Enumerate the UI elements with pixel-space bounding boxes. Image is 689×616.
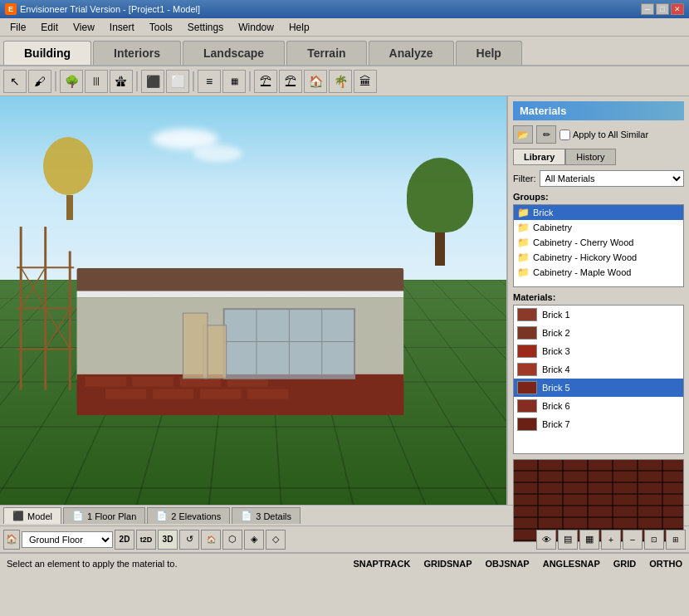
gazebo-tool[interactable]: 🏠 [304, 70, 327, 93]
material-brick-7[interactable]: Brick 7 [514, 415, 683, 433]
material-brick-3[interactable]: Brick 3 [514, 342, 683, 360]
svg-rect-11 [77, 291, 404, 297]
stairs-tool[interactable]: ≡ [198, 70, 221, 93]
titlebar-controls[interactable]: ─ □ ✕ [641, 3, 684, 15]
lib-tabs: Library History [513, 149, 684, 165]
menu-help[interactable]: Help [282, 20, 316, 35]
tree-right [398, 158, 481, 266]
materials-panel: Materials 📂 ✏ Apply to All Similar Libra… [506, 96, 689, 505]
close-button[interactable]: ✕ [671, 3, 684, 15]
view-btn-1[interactable]: 🏠 [201, 530, 221, 550]
brick-1-label: Brick 1 [542, 310, 570, 320]
menu-window[interactable]: Window [232, 20, 281, 35]
group-cabinetry-maple[interactable]: 📁 Cabinetry - Maple Wood [514, 265, 683, 280]
column-tool[interactable]: ⬛ [141, 70, 164, 93]
zoom-minus[interactable]: − [623, 530, 643, 550]
layers-btn-2[interactable]: ▦ [579, 530, 599, 550]
folder-icon-3: 📁 [517, 237, 530, 248]
filter-label: Filter: [513, 174, 536, 183]
maximize-button[interactable]: □ [656, 3, 669, 15]
material-edit-btn[interactable]: ✏ [536, 125, 556, 144]
select-tool[interactable]: ↖ [3, 70, 27, 93]
paint-tool[interactable]: 🖌 [28, 70, 51, 93]
group-brick-label: Brick [533, 208, 553, 218]
tab-help[interactable]: Help [456, 41, 522, 65]
svg-rect-29 [183, 313, 208, 379]
ortho-label: ORTHO [649, 559, 682, 569]
apply-all-input[interactable] [560, 130, 570, 140]
floor-selector[interactable]: Ground Floor [22, 531, 113, 548]
separator-2 [136, 71, 138, 91]
titlebar: E Envisioneer Trial Version - [Project1 … [0, 0, 689, 18]
tab-terrain[interactable]: Terrain [286, 41, 366, 65]
view-btn-3[interactable]: ◈ [244, 530, 264, 550]
palm-tool[interactable]: 🌴 [329, 70, 352, 93]
2d-iso-button[interactable]: t2D [136, 530, 156, 550]
layers-btn[interactable]: ▤ [558, 530, 578, 550]
column-tool-2[interactable]: ⬜ [166, 70, 189, 93]
tab-landscape[interactable]: Landscape [183, 41, 285, 65]
material-brick-5[interactable]: Brick 5 [514, 379, 683, 397]
material-load-btn[interactable]: 📂 [513, 125, 533, 144]
zoom-fit[interactable]: ⊡ [644, 530, 664, 550]
tab-details[interactable]: 📄 3 Details [232, 507, 301, 524]
brick-4-thumb [517, 363, 537, 376]
viewport[interactable] [0, 96, 506, 505]
tab-interiors[interactable]: Interiors [93, 41, 181, 65]
group-cabinetry-cherry-label: Cabinetry - Cherry Wood [533, 237, 633, 247]
tree-trunk [435, 232, 445, 266]
road-tool[interactable]: 🛣 [110, 70, 133, 93]
fence-tool[interactable]: ||| [85, 70, 108, 93]
material-brick-4[interactable]: Brick 4 [514, 360, 683, 379]
menu-view[interactable]: View [66, 20, 101, 35]
tab-elevations[interactable]: 📄 2 Elevations [147, 507, 230, 524]
group-brick[interactable]: 📁 Brick [514, 205, 683, 220]
groups-list[interactable]: 📁 Brick 📁 Cabinetry 📁 Cabinetry - Cherry… [513, 204, 684, 287]
material-brick-2[interactable]: Brick 2 [514, 324, 683, 342]
snaptrack-label: SNAPTRACK [353, 559, 410, 569]
group-cabinetry[interactable]: 📁 Cabinetry [514, 220, 683, 235]
main-area: Materials 📂 ✏ Apply to All Similar Libra… [0, 96, 689, 505]
minimize-button[interactable]: ─ [641, 3, 654, 15]
umbrella-tool-2[interactable]: ⛱ [279, 70, 302, 93]
filter-select[interactable]: All Materials [540, 170, 685, 187]
menu-insert[interactable]: Insert [103, 20, 141, 35]
tab-library[interactable]: Library [513, 149, 565, 165]
stairs-tool-2[interactable]: ▦ [222, 70, 246, 93]
folder-icon-4: 📁 [517, 252, 530, 263]
svg-rect-15 [133, 377, 173, 387]
menu-edit[interactable]: Edit [34, 20, 65, 35]
tab-floor-plan[interactable]: 📄 1 Floor Plan [63, 507, 145, 524]
view-btn-4[interactable]: ◇ [266, 530, 286, 550]
brick-4-label: Brick 4 [542, 364, 570, 374]
brick-2-label: Brick 2 [542, 328, 570, 338]
folder-icon-2: 📁 [517, 222, 530, 233]
umbrella-tool[interactable]: ⛱ [254, 70, 277, 93]
zoom-3d[interactable]: ⊞ [666, 530, 686, 550]
svg-rect-10 [77, 268, 404, 293]
tab-analyze[interactable]: Analyze [369, 41, 454, 65]
materials-list[interactable]: Brick 1 Brick 2 Brick 3 Brick 4 Brick 5 … [513, 305, 684, 454]
tab-model[interactable]: ⬛ Model [3, 507, 61, 524]
menu-settings[interactable]: Settings [181, 20, 230, 35]
menu-tools[interactable]: Tools [143, 20, 179, 35]
reset-button[interactable]: ↺ [179, 530, 199, 550]
group-cabinetry-cherry[interactable]: 📁 Cabinetry - Cherry Wood [514, 235, 683, 250]
more-tool[interactable]: 🏛 [354, 70, 377, 93]
gridsnap-label: GRIDSNAP [423, 559, 472, 569]
view-btn-2[interactable]: ⬡ [222, 530, 242, 550]
2d-button[interactable]: 2D [115, 530, 134, 550]
zoom-plus[interactable]: + [601, 530, 621, 550]
apply-all-checkbox[interactable]: Apply to All Similar [560, 130, 648, 140]
group-cabinetry-hickory[interactable]: 📁 Cabinetry - Hickory Wood [514, 250, 683, 265]
3d-button[interactable]: 3D [158, 530, 178, 550]
walk-btn[interactable]: 👁 [536, 530, 556, 550]
materials-label: Materials: [513, 292, 684, 302]
tab-history[interactable]: History [565, 149, 615, 165]
material-brick-6[interactable]: Brick 6 [514, 397, 683, 415]
tab-building[interactable]: Building [3, 41, 91, 65]
objsnap-label: OBJSNAP [486, 559, 530, 569]
material-brick-1[interactable]: Brick 1 [514, 306, 683, 324]
tree-tool[interactable]: 🌳 [60, 70, 83, 93]
menu-file[interactable]: File [3, 20, 32, 35]
